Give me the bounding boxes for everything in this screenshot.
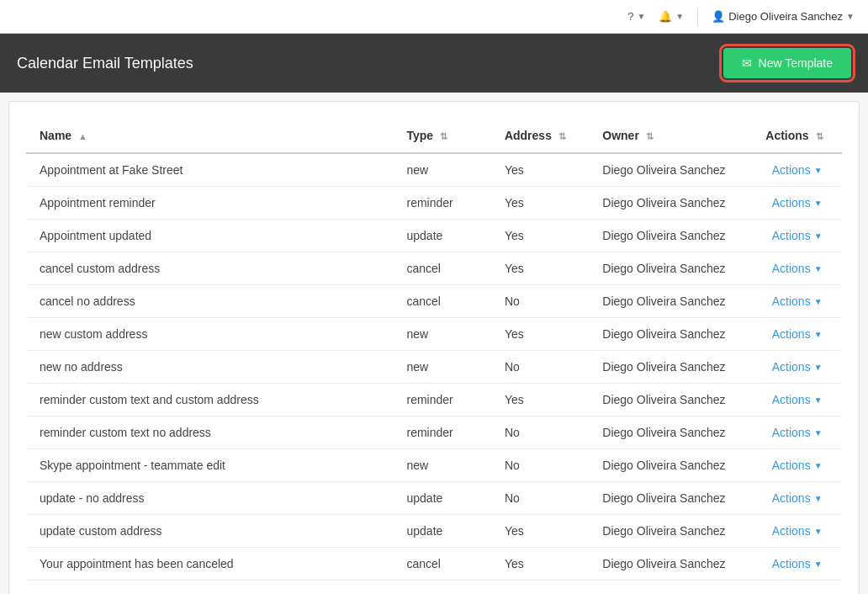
user-name: Diego Oliveira Sanchez	[728, 10, 843, 23]
user-menu[interactable]: 👤 Diego Oliveira Sanchez ▼	[712, 10, 855, 23]
table-row: new no addressnewNoDiego Oliveira Sanche…	[26, 351, 842, 384]
table-row: update custom addressupdateYesDiego Oliv…	[26, 515, 842, 548]
actions-caret: ▼	[814, 297, 823, 306]
cell-address: Yes	[491, 384, 589, 416]
cell-name: reminder custom text no address	[26, 416, 394, 449]
cell-actions: Actions▼	[752, 482, 842, 515]
actions-label: Actions	[772, 196, 811, 209]
actions-dropdown-button[interactable]: Actions▼	[772, 491, 823, 505]
new-template-button[interactable]: ✉ New Template	[723, 48, 851, 78]
cell-owner: Diego Oliveira Sanchez	[589, 285, 752, 318]
cell-actions: Actions▼	[752, 220, 842, 252]
table-row: cancel no addresscancelNoDiego Oliveira …	[26, 285, 842, 318]
actions-label: Actions	[772, 426, 811, 439]
table-row: Appointment reminderreminderYesDiego Oli…	[26, 187, 842, 220]
top-navigation: ? ▼ 🔔 ▼ 👤 Diego Oliveira Sanchez ▼	[0, 0, 868, 34]
cell-address: No	[491, 482, 589, 515]
actions-dropdown-button[interactable]: Actions▼	[772, 229, 823, 242]
cell-type: reminder	[394, 416, 491, 449]
cell-name: cancel custom address	[26, 252, 394, 285]
actions-dropdown-button[interactable]: Actions▼	[772, 262, 823, 275]
actions-caret: ▼	[814, 395, 823, 405]
table-row: Skype appointment - teammate editnewNoDi…	[26, 449, 842, 482]
cell-actions: Actions▼	[752, 449, 842, 482]
cell-actions: Actions▼	[752, 318, 842, 351]
main-content: Name ▲ Type ⇅ Address ⇅ Owner ⇅ Actions …	[8, 101, 860, 594]
actions-label: Actions	[772, 327, 811, 341]
cell-actions: Actions▼	[752, 153, 842, 187]
column-header-name[interactable]: Name ▲	[26, 119, 394, 153]
sort-icon-owner: ⇅	[646, 131, 654, 141]
cell-actions: Actions▼	[752, 384, 842, 416]
user-caret: ▼	[846, 12, 855, 21]
actions-dropdown-button[interactable]: Actions▼	[772, 294, 823, 308]
header-bar: Calendar Email Templates ✉ New Template	[0, 34, 868, 93]
notifications-menu[interactable]: 🔔 ▼	[659, 10, 684, 23]
actions-dropdown-button[interactable]: Actions▼	[772, 459, 823, 472]
actions-caret: ▼	[814, 199, 823, 208]
cell-type: cancel	[394, 285, 491, 318]
actions-caret: ▼	[814, 428, 823, 438]
cell-actions: Actions▼	[752, 416, 842, 449]
cell-owner: Diego Oliveira Sanchez	[589, 548, 752, 581]
cell-address: No	[491, 285, 589, 318]
cell-type: cancel	[394, 548, 491, 581]
cell-name: Appointment updated	[26, 220, 394, 252]
cell-owner: Diego Oliveira Sanchez	[589, 187, 752, 220]
cell-owner: Diego Oliveira Sanchez	[589, 153, 752, 187]
actions-caret: ▼	[814, 494, 823, 503]
actions-dropdown-button[interactable]: Actions▼	[772, 360, 823, 374]
sort-icon-actions: ⇅	[816, 131, 823, 141]
table-row: reminder custom text and custom addressr…	[26, 384, 842, 416]
column-header-type[interactable]: Type ⇅	[394, 119, 491, 153]
cell-address: No	[491, 416, 589, 449]
actions-caret: ▼	[814, 166, 823, 175]
page-title: Calendar Email Templates	[17, 55, 193, 72]
user-icon: 👤	[712, 10, 725, 23]
help-menu[interactable]: ? ▼	[627, 10, 645, 23]
cell-owner: Diego Oliveira Sanchez	[589, 416, 752, 449]
cell-name: new no address	[26, 351, 394, 384]
templates-table: Name ▲ Type ⇅ Address ⇅ Owner ⇅ Actions …	[26, 119, 842, 581]
actions-caret: ▼	[814, 560, 823, 569]
actions-caret: ▼	[814, 330, 823, 339]
cell-name: reminder custom text and custom address	[26, 384, 394, 416]
actions-label: Actions	[772, 557, 811, 570]
cell-actions: Actions▼	[752, 252, 842, 285]
actions-dropdown-button[interactable]: Actions▼	[772, 196, 823, 209]
cell-address: Yes	[491, 515, 589, 548]
actions-dropdown-button[interactable]: Actions▼	[772, 327, 823, 341]
cell-name: Appointment at Fake Street	[26, 153, 394, 187]
envelope-icon: ✉	[742, 56, 752, 70]
cell-name: Skype appointment - teammate edit	[26, 449, 394, 482]
cell-type: new	[394, 449, 491, 482]
cell-address: Yes	[491, 187, 589, 220]
new-template-label: New Template	[759, 56, 833, 70]
actions-dropdown-button[interactable]: Actions▼	[772, 524, 823, 538]
cell-type: update	[394, 220, 491, 252]
cell-owner: Diego Oliveira Sanchez	[589, 515, 752, 548]
actions-dropdown-button[interactable]: Actions▼	[772, 426, 823, 439]
column-header-owner[interactable]: Owner ⇅	[589, 119, 752, 153]
cell-actions: Actions▼	[752, 515, 842, 548]
cell-address: Yes	[491, 252, 589, 285]
table-row: new custom addressnewYesDiego Oliveira S…	[26, 318, 842, 351]
actions-label: Actions	[772, 360, 811, 374]
column-header-address[interactable]: Address ⇅	[491, 119, 589, 153]
cell-type: new	[394, 351, 491, 384]
cell-type: new	[394, 153, 491, 187]
cell-owner: Diego Oliveira Sanchez	[589, 449, 752, 482]
actions-dropdown-button[interactable]: Actions▼	[772, 557, 823, 570]
actions-dropdown-button[interactable]: Actions▼	[772, 393, 823, 406]
table-row: Appointment at Fake StreetnewYesDiego Ol…	[26, 153, 842, 187]
column-header-actions: Actions ⇅	[752, 119, 842, 153]
actions-caret: ▼	[814, 264, 823, 273]
cell-address: Yes	[491, 318, 589, 351]
table-row: reminder custom text no addressreminderN…	[26, 416, 842, 449]
cell-owner: Diego Oliveira Sanchez	[589, 252, 752, 285]
cell-owner: Diego Oliveira Sanchez	[589, 351, 752, 384]
actions-caret: ▼	[814, 527, 823, 536]
table-row: update - no addressupdateNoDiego Oliveir…	[26, 482, 842, 515]
actions-dropdown-button[interactable]: Actions▼	[772, 163, 823, 177]
table-row: cancel custom addresscancelYesDiego Oliv…	[26, 252, 842, 285]
